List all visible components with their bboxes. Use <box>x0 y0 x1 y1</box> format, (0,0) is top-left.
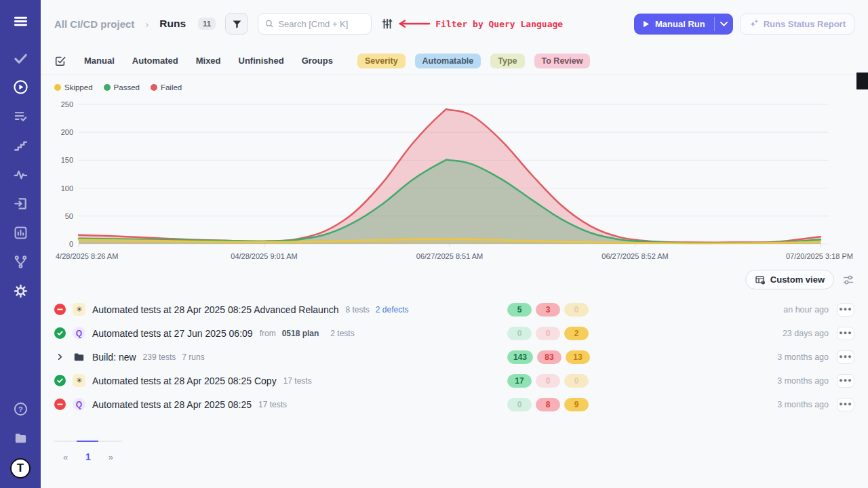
tab-unfinished[interactable]: Unfinished <box>239 56 284 66</box>
tab-mixed[interactable]: Mixed <box>196 56 221 66</box>
run-row[interactable]: ✳Automated tests at 28 Apr 2025 08:25 Ad… <box>54 298 854 321</box>
count-badge-red: 0 <box>536 327 560 340</box>
manual-run-dropdown[interactable] <box>715 14 733 35</box>
pulse-icon[interactable] <box>12 165 29 183</box>
annotation-text: Filter by Query Language <box>435 19 563 29</box>
app-logo[interactable]: T <box>10 458 31 479</box>
count-badge-yellow: 9 <box>564 398 589 411</box>
custom-view-button[interactable]: Custom view <box>745 270 834 289</box>
run-meta-text: 2 tests <box>330 329 354 338</box>
run-row[interactable]: QAutomated tests at 27 Jun 2025 06:09fro… <box>54 321 854 345</box>
bulk-select-icon[interactable] <box>54 55 66 67</box>
tab-manual[interactable]: Manual <box>84 56 115 66</box>
defects-link[interactable]: 2 defects <box>376 305 409 314</box>
count-badge-yellow: 0 <box>564 374 589 388</box>
menu-icon[interactable] <box>12 12 29 30</box>
tab-groups[interactable]: Groups <box>302 56 333 66</box>
sparkle-run-icon: ✳ <box>73 303 85 316</box>
run-row[interactable]: ✳Automated tests at 28 Apr 2025 08:25 Co… <box>54 369 854 392</box>
chevron-down-icon <box>720 22 728 26</box>
runs-status-report-button[interactable]: Runs Status Report <box>740 14 854 35</box>
count-badge-green: 0 <box>507 327 532 340</box>
svg-text:100: 100 <box>61 184 73 192</box>
pagination-next-button[interactable]: » <box>108 451 113 462</box>
legend-dot <box>54 84 61 91</box>
count-badge-red: 3 <box>536 303 560 317</box>
run-result-badges: 1700 <box>507 374 616 388</box>
legend-dot <box>104 84 111 91</box>
run-title[interactable]: Automated tests at 27 Jun 2025 06:09 <box>92 328 253 339</box>
qase-run-icon: Q <box>73 327 85 340</box>
sliders-horizontal-icon[interactable] <box>842 274 854 286</box>
main-content: All CI/CD project › Runs 11 Filter by Qu… <box>41 0 868 488</box>
svg-text:4/28/2025 8:26 AM: 4/28/2025 8:26 AM <box>56 252 118 260</box>
report-chart-icon[interactable] <box>12 224 29 241</box>
header: All CI/CD project › Runs 11 Filter by Qu… <box>41 0 868 47</box>
check-icon[interactable] <box>12 49 29 66</box>
run-title[interactable]: Automated tests at 28 Apr 2025 08:25 Cop… <box>92 375 277 386</box>
expander-chevron-icon[interactable] <box>54 351 66 363</box>
run-meta-text: 17 tests <box>283 376 312 386</box>
projects-folder-icon[interactable] <box>12 429 29 447</box>
svg-text:06/27/2025 8:51 AM: 06/27/2025 8:51 AM <box>416 252 483 260</box>
run-result-badges: 002 <box>507 327 616 340</box>
view-toolbar: Custom view <box>41 263 868 292</box>
sliders-vertical-icon[interactable] <box>381 18 393 30</box>
run-meta-text: 0518 plan <box>282 329 319 338</box>
legend-item-failed[interactable]: Failed <box>151 83 182 92</box>
sparkles-icon <box>749 19 759 29</box>
svg-text:?: ? <box>18 405 23 413</box>
filter-pill-to-review[interactable]: To Review <box>534 54 591 68</box>
run-result-badges: 1438313 <box>507 350 616 364</box>
status-passed-icon <box>54 327 66 339</box>
settings-gear-icon[interactable] <box>12 282 29 300</box>
help-icon[interactable]: ? <box>12 400 29 418</box>
filter-funnel-button[interactable] <box>225 13 248 35</box>
play-icon <box>643 20 650 28</box>
manual-run-button[interactable]: Manual Run <box>634 14 733 35</box>
filter-pill-type[interactable]: Type <box>490 54 524 68</box>
pagination-active-indicator <box>77 441 98 442</box>
tab-automated[interactable]: Automated <box>132 56 178 66</box>
runs-status-report-label: Runs Status Report <box>764 19 846 29</box>
pagination-page-1[interactable]: 1 <box>85 451 91 462</box>
count-badge-yellow: 0 <box>564 303 589 317</box>
run-menu-button[interactable]: ●●● <box>837 350 854 364</box>
filter-pill-automatable[interactable]: Automatable <box>415 54 481 68</box>
run-result-badges: 530 <box>507 303 616 317</box>
pagination-track <box>54 441 122 442</box>
run-timestamp: 3 months ago <box>747 352 829 362</box>
legend-dot <box>151 84 157 91</box>
run-timestamp: 23 days ago <box>747 329 829 338</box>
run-title[interactable]: Automated tests at 28 Apr 2025 08:25 <box>92 399 252 410</box>
count-badge-red: 8 <box>536 398 560 411</box>
pagination-prev-button[interactable]: « <box>63 451 68 462</box>
run-menu-button[interactable]: ●●● <box>837 303 854 317</box>
branch-icon[interactable] <box>12 253 29 270</box>
run-title[interactable]: Build: new <box>92 352 136 363</box>
run-meta-text: 8 tests <box>345 305 369 314</box>
breadcrumb-project[interactable]: All CI/CD project <box>54 18 134 30</box>
list-check-icon[interactable] <box>12 107 29 125</box>
svg-text:200: 200 <box>61 128 73 136</box>
qase-run-icon: Q <box>73 398 85 411</box>
steps-icon[interactable] <box>12 136 29 154</box>
svg-text:06/27/2025 8:52 AM: 06/27/2025 8:52 AM <box>601 252 668 260</box>
run-menu-button[interactable]: ●●● <box>837 398 854 411</box>
legend-item-skipped[interactable]: Skipped <box>54 83 93 92</box>
run-menu-button[interactable]: ●●● <box>837 327 854 340</box>
scrollbar-thumb[interactable] <box>856 73 868 89</box>
play-circle-icon[interactable] <box>12 78 29 96</box>
search-box[interactable] <box>258 13 372 35</box>
run-timestamp: 3 months ago <box>747 376 829 386</box>
legend-item-passed[interactable]: Passed <box>104 83 140 92</box>
search-input[interactable] <box>278 19 364 29</box>
count-badge-yellow: 2 <box>564 327 589 340</box>
run-title[interactable]: Automated tests at 28 Apr 2025 08:25 Adv… <box>92 304 338 315</box>
import-icon[interactable] <box>12 195 29 212</box>
status-failed-icon <box>54 399 66 410</box>
run-row[interactable]: Build: new239 tests7 runs14383133 months… <box>54 345 854 369</box>
run-row[interactable]: QAutomated tests at 28 Apr 2025 08:2517 … <box>54 392 854 416</box>
filter-pill-severity[interactable]: Severity <box>357 54 406 68</box>
run-menu-button[interactable]: ●●● <box>837 374 854 388</box>
